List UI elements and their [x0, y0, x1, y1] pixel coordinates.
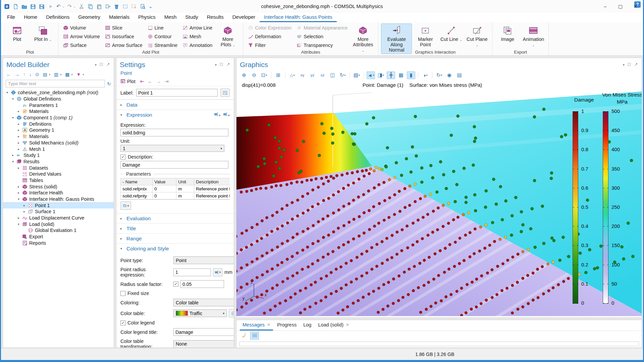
collapse-icon[interactable]: ▾ [16, 197, 21, 201]
tree-item-load-displacement-curve[interactable]: ▸Load Displacement Curve [3, 215, 114, 221]
param-row[interactable]: solid.refpntx0mReference point for mo... [121, 185, 230, 192]
float-panel-icon[interactable] [627, 62, 631, 67]
default-view-button[interactable]: ⌂▾ [288, 71, 297, 79]
ribbon-button-volume[interactable]: Volume [61, 24, 102, 32]
menu-study[interactable]: Study [181, 13, 202, 22]
tree-item-point-1[interactable]: ▸Point 1 [3, 202, 114, 208]
ribbon-button-plot[interactable]: Plot [5, 23, 30, 43]
minimize-button[interactable]: – [598, 0, 613, 13]
tree-item-mesh-1[interactable]: ▸Mesh 1 [3, 146, 114, 152]
expand-icon[interactable]: ▸ [16, 191, 21, 194]
menu-materials[interactable]: Materials [105, 13, 134, 22]
color-theme-button[interactable]: ◑▾ [421, 71, 429, 79]
toolbar-more-button[interactable]: ⌄ [149, 0, 153, 13]
section-range[interactable]: ▸ Range [116, 233, 234, 243]
ribbon-button-mesh[interactable]: Mesh [180, 33, 214, 41]
panel-menu-icon[interactable]: ▾ [95, 63, 97, 67]
expand-icon[interactable]: ▸ [16, 128, 21, 132]
menu-mesh[interactable]: Mesh [160, 13, 181, 22]
expression-options-button[interactable]: ▾ [223, 112, 230, 118]
move-down-button[interactable]: ↓ [29, 72, 32, 77]
expand-all-button[interactable]: ▤ [43, 72, 47, 77]
color-table-window-button[interactable] [229, 309, 234, 317]
collapse-all-button[interactable]: ▥ [54, 72, 58, 77]
rename-button[interactable] [220, 88, 230, 97]
description-input[interactable] [120, 161, 228, 169]
find-button[interactable] [140, 4, 146, 9]
ribbon-button-slice[interactable]: Slice [103, 24, 145, 32]
scene-button[interactable]: ▧▾ [353, 71, 361, 79]
float-panel-icon[interactable] [219, 62, 223, 67]
menu-file[interactable]: File [3, 13, 19, 22]
point-type-select[interactable]: Point▾ [173, 256, 234, 264]
messages-content[interactable] [239, 342, 639, 346]
ribbon-button-plot-in[interactable]: Plot In ⌄ [31, 23, 55, 44]
pin-panel-icon[interactable] [106, 62, 110, 67]
coloring-select[interactable]: Color table▾ [173, 299, 234, 306]
param-col-value[interactable]: Value [153, 178, 176, 185]
description-checkbox[interactable] [120, 155, 125, 160]
tab-log[interactable]: Log [301, 320, 314, 330]
tree-item-parameters-1[interactable]: PiParameters 1 [3, 102, 114, 108]
ribbon-button-isosurface[interactable]: Isosurface [103, 33, 145, 41]
expand-icon[interactable]: ▸ [11, 154, 15, 157]
ribbon-button-line[interactable]: Line [146, 24, 179, 32]
ribbon-button-filter[interactable]: Filter [246, 41, 293, 49]
open-folder-button[interactable] [21, 4, 27, 9]
expand-icon[interactable]: ▸ [22, 210, 26, 213]
tree-item-geometry-1[interactable]: ▸AGeometry 1 [3, 127, 114, 133]
param-row[interactable]: solid.refpnty0mReference point for mo... [121, 192, 230, 199]
view-xz-button[interactable]: xz [318, 71, 327, 79]
tree-item-solid-mechanics[interactable]: ▸Solid Mechanics (solid) [3, 140, 114, 146]
scene-light-button[interactable]: ◄▾ [367, 71, 375, 79]
expand-icon[interactable]: ▸ [22, 204, 26, 207]
go-next-button[interactable]: → [156, 78, 161, 84]
panel-menu-icon[interactable]: ▾ [215, 63, 217, 67]
tree-item-cohesive-zone-debonding-mph[interactable]: ▾cohesive_zone_debonding.mph (root) [3, 89, 114, 96]
expand-icon[interactable]: ▸ [16, 122, 21, 126]
tree-item-surface-1[interactable]: ▸Surface 1 [3, 208, 114, 215]
undo-button[interactable]: ↶ [56, 0, 61, 13]
unit-select[interactable]: 1▾ [120, 145, 224, 152]
environment-button[interactable]: ◨▾ [377, 71, 385, 79]
tree-item-stress-solid[interactable]: ▸Stress (solid) [3, 183, 114, 190]
ribbon-button-surface[interactable]: Surface [61, 41, 102, 49]
go-first-button[interactable]: ⇤ [140, 78, 145, 84]
tree-item-load-solid[interactable]: ▾Load (solid) [3, 221, 114, 227]
expression-input[interactable] [120, 129, 228, 136]
collapse-icon[interactable]: ▾ [5, 91, 9, 94]
ribbon-button-more-plots[interactable]: More Plots ⌄ [215, 23, 240, 49]
update-plot-button[interactable]: ↻▾ [435, 71, 443, 79]
projection-button[interactable]: ◫ [328, 71, 337, 79]
pin-panel-icon[interactable] [634, 62, 638, 67]
radius-scale-input[interactable] [180, 280, 224, 288]
plot-button[interactable]: Plot [120, 79, 137, 84]
tree-item-study-1[interactable]: ▸∞Study 1 [3, 152, 114, 159]
menu-results[interactable]: Results [203, 13, 228, 22]
close-button[interactable]: ✕ [628, 0, 643, 13]
float-panel-icon[interactable] [99, 62, 103, 67]
deselect-button[interactable] [131, 4, 137, 9]
nav-forward-button[interactable]: → [15, 72, 19, 77]
ribbon-button-cut-plane[interactable]: Cut Plane ⌄ [465, 23, 489, 49]
redo-button[interactable]: ↷ [67, 0, 72, 13]
menu-geometry[interactable]: Geometry [74, 13, 105, 22]
delete-button[interactable] [114, 4, 119, 9]
zoom-out-button[interactable]: ⊖ [250, 71, 258, 79]
close-tab-icon[interactable]: ✕ [346, 322, 349, 327]
panel-menu-icon[interactable]: ▾ [623, 63, 625, 67]
param-col-unit[interactable]: Unit [176, 178, 194, 185]
go-last-button[interactable]: ⇥ [164, 78, 169, 84]
tree-item-reports[interactable]: Reports [3, 240, 114, 246]
tree-item-results[interactable]: ▾Results [3, 159, 114, 165]
filter-funnel-button[interactable]: ▼ [76, 72, 81, 77]
refresh-tree-icon[interactable]: ↻ [107, 81, 111, 86]
tree-filter-input[interactable] [6, 80, 105, 87]
tab-load-solid[interactable]: Load (solid)✕ [315, 320, 352, 330]
collapse-icon[interactable]: ▾ [16, 223, 21, 226]
move-up-button[interactable]: ↑ [23, 72, 25, 77]
ribbon-button-contour[interactable]: Contour [146, 33, 179, 41]
print-button[interactable]: ▤ [455, 71, 464, 79]
param-col-name[interactable]: » Name [121, 178, 153, 185]
param-col-description[interactable]: Description [194, 178, 230, 185]
